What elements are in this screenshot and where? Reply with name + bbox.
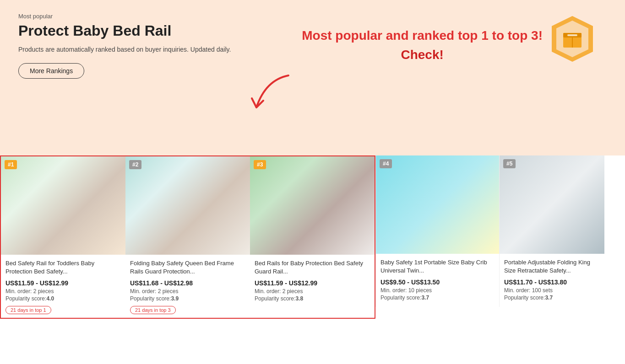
product-popularity-5: Popularity score:3.7 (504, 294, 600, 301)
product-card-5[interactable]: #5 Portable Adjustable Folding King Size… (499, 155, 604, 307)
product-image-2: #2 (125, 156, 250, 255)
product-popularity-1: Popularity score:4.0 (5, 295, 121, 302)
product-price-4: US$9.50 - US$13.50 (380, 278, 495, 286)
product-info-4: Baby Safety 1st Portable Size Baby Crib … (376, 254, 499, 307)
rank-badge-5: #5 (503, 159, 516, 168)
rank-badge-1: #1 (5, 160, 17, 169)
product-min-order-3: Min. order: 2 pieces (255, 288, 370, 294)
banner-callout: Most popular and ranked top 1 to top 3! … (302, 27, 543, 62)
rank-badge-4: #4 (380, 159, 392, 168)
product-name-3: Bed Rails for Baby Protection Bed Safety… (255, 259, 370, 276)
product-img-placeholder-2 (125, 156, 250, 255)
top3-border: #1 Bed Safety Rail for Toddlers Baby Pro… (0, 155, 375, 319)
product-min-order-4: Min. order: 10 pieces (380, 287, 495, 294)
product-card-1[interactable]: #1 Bed Safety Rail for Toddlers Baby Pro… (1, 156, 125, 318)
more-rankings-button[interactable]: More Rankings (18, 63, 84, 79)
callout-line1: Most popular and ranked top 1 to top 3! (302, 27, 543, 44)
page-wrapper: Most popular Protect Baby Bed Rail Produ… (0, 0, 625, 328)
product-info-3: Bed Rails for Baby Protection Bed Safety… (250, 255, 375, 308)
product-price-1: US$11.59 - US$12.99 (5, 279, 121, 287)
product-name-2: Folding Baby Safety Queen Bed Frame Rail… (130, 259, 245, 276)
product-min-order-1: Min. order: 2 pieces (5, 288, 121, 294)
product-popularity-4: Popularity score:3.7 (380, 294, 495, 301)
product-img-placeholder-5 (500, 155, 604, 254)
products-section: #1 Bed Safety Rail for Toddlers Baby Pro… (0, 155, 625, 328)
callout-line2: Check! (302, 48, 543, 62)
svg-rect-5 (567, 34, 577, 36)
rank-badge-3: #3 (254, 160, 266, 169)
product-popularity-2: Popularity score:3.9 (130, 295, 245, 302)
product-price-3: US$11.59 - US$12.99 (255, 279, 370, 287)
product-image-1: #1 (1, 156, 125, 255)
product-img-placeholder-3 (250, 156, 375, 255)
products-row: #1 Bed Safety Rail for Toddlers Baby Pro… (0, 155, 625, 319)
product-img-placeholder-4 (376, 155, 499, 254)
product-popularity-3: Popularity score:3.8 (255, 295, 370, 302)
product-name-4: Baby Safety 1st Portable Size Baby Crib … (380, 258, 495, 275)
product-image-4: #4 (376, 155, 499, 254)
product-img-placeholder-1 (1, 156, 125, 255)
product-info-1: Bed Safety Rail for Toddlers Baby Protec… (1, 255, 125, 318)
top-badge-1: 21 days in top 1 (5, 306, 51, 314)
product-min-order-5: Min. order: 100 sets (504, 287, 600, 294)
product-name-5: Portable Adjustable Folding King Size Re… (504, 258, 600, 275)
hex-icon (547, 14, 598, 64)
product-name-1: Bed Safety Rail for Toddlers Baby Protec… (5, 259, 121, 276)
product-image-5: #5 (500, 155, 604, 254)
most-popular-label: Most popular (18, 13, 607, 20)
product-card-2[interactable]: #2 Folding Baby Safety Queen Bed Frame R… (125, 156, 250, 318)
product-min-order-2: Min. order: 2 pieces (130, 288, 245, 294)
rank-badge-2: #2 (129, 160, 141, 169)
top-badge-2: 21 days in top 3 (130, 306, 176, 314)
banner-section: Most popular Protect Baby Bed Rail Produ… (0, 0, 625, 155)
product-image-3: #3 (250, 156, 375, 255)
product-card-3[interactable]: #3 Bed Rails for Baby Protection Bed Saf… (250, 156, 375, 318)
product-card-4[interactable]: #4 Baby Safety 1st Portable Size Baby Cr… (375, 155, 499, 307)
product-info-2: Folding Baby Safety Queen Bed Frame Rail… (125, 255, 250, 318)
product-price-5: US$11.70 - US$13.80 (504, 278, 600, 286)
product-info-5: Portable Adjustable Folding King Size Re… (500, 254, 604, 307)
arrow-icon (229, 71, 293, 112)
product-price-2: US$11.68 - US$12.98 (130, 279, 245, 287)
